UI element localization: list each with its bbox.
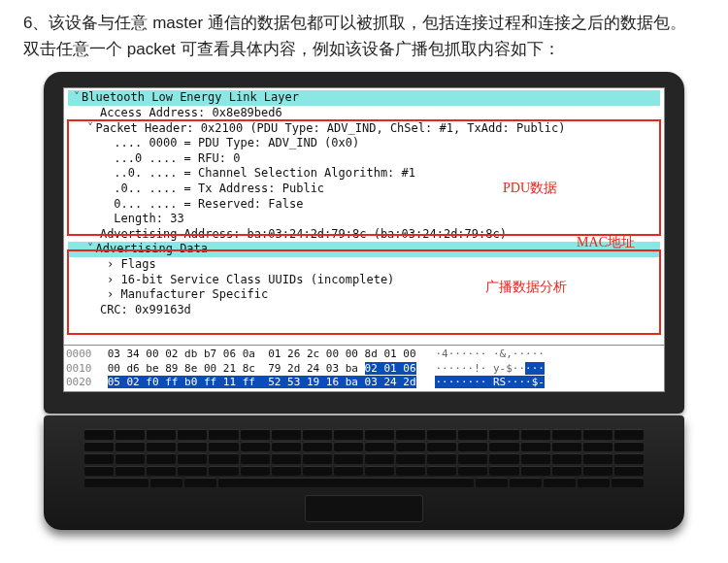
keyboard-illustration xyxy=(84,429,644,487)
field-length[interactable]: Length: 33 xyxy=(68,212,660,227)
field-access-address[interactable]: Access Address: 0x8e89bed6 xyxy=(68,106,660,121)
hex-row-0[interactable]: 0000 03 34 00 02 db b7 06 0a 01 26 2c 00… xyxy=(66,348,662,361)
annotation-mac: MAC地址 xyxy=(577,234,635,251)
laptop-illustration: ˅Bluetooth Low Energy Link Layer Access … xyxy=(44,72,684,530)
field-pdu-type[interactable]: .... 0000 = PDU Type: ADV_IND (0x0) xyxy=(68,136,660,151)
laptop-body xyxy=(44,415,684,530)
field-chsel[interactable]: ..0. .... = Channel Selection Algorithm:… xyxy=(68,166,660,182)
field-crc[interactable]: CRC: 0x99163d xyxy=(68,303,660,318)
hex-dump-pane: 0000 03 34 00 02 db b7 06 0a 01 26 2c 00… xyxy=(64,345,664,391)
packet-detail-pane: ˅Bluetooth Low Energy Link Layer Access … xyxy=(63,87,665,392)
trackpad-illustration xyxy=(305,495,423,522)
field-adv-address[interactable]: Advertising Address: ba:03:24:2d:79:8c (… xyxy=(68,227,660,243)
field-txaddr[interactable]: .0.. .... = Tx Address: Public xyxy=(68,182,660,197)
field-packet-header[interactable]: ˅Packet Header: 0x2100 (PDU Type: ADV_IN… xyxy=(68,121,660,137)
field-adv-data[interactable]: ˅Advertising Data xyxy=(68,242,660,257)
annotation-pdu: PDU数据 xyxy=(503,180,557,197)
field-rfu[interactable]: ...0 .... = RFU: 0 xyxy=(68,151,660,167)
caption-line-2: 双击任意一个 packet 可查看具体内容，例如该设备广播包抓取内容如下： xyxy=(23,40,560,58)
field-reserved[interactable]: 0... .... = Reserved: False xyxy=(68,197,660,213)
field-flags[interactable]: › Flags xyxy=(68,257,660,273)
hex-row-1[interactable]: 0010 00 d6 be 89 8e 00 21 8c 79 2d 24 03… xyxy=(66,362,662,376)
field-uuids[interactable]: › 16-bit Service Class UUIDs (incomplete… xyxy=(68,273,660,288)
annotation-bcast: 广播数据分析 xyxy=(485,279,567,296)
tree-root[interactable]: ˅Bluetooth Low Energy Link Layer xyxy=(68,90,660,106)
field-manufacturer[interactable]: › Manufacturer Specific xyxy=(68,287,660,303)
caption-line-1: 6、该设备与任意 master 通信的数据包都可以被抓取，包括连接过程和连接之后… xyxy=(23,14,686,32)
hex-row-2[interactable]: 0020 05 02 f0 ff b0 ff 11 ff 52 53 19 16… xyxy=(66,376,662,389)
